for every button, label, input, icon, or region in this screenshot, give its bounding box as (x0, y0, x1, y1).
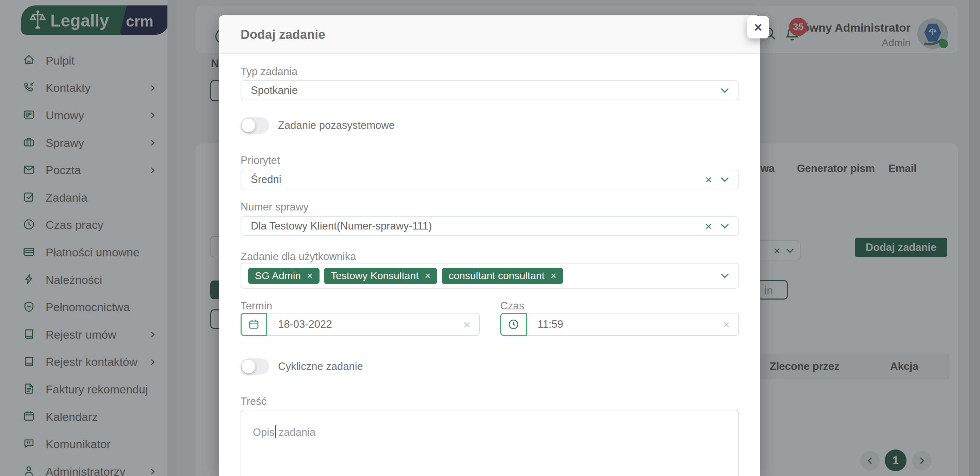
user-tag: Testowy Konsultant× (324, 268, 437, 284)
zadanie-dla-multiselect[interactable]: SG Admin×Testowy Konsultant×consultant c… (240, 263, 739, 289)
typ-zadania-value: Spotkanie (241, 84, 722, 97)
user-tag-label: SG Admin (255, 270, 301, 281)
toggle-knob (242, 119, 255, 132)
tresc-placeholder-part2: zadania (279, 426, 316, 438)
modal-header: Dodaj zadanie (219, 15, 760, 54)
app-root: Legally crm PulpitKontaktyUmowySprawyPoc… (0, 0, 980, 476)
pozasystemowe-toggle[interactable] (240, 117, 269, 133)
cykliczne-label: Cykliczne zadanie (278, 360, 363, 373)
tresc-textarea[interactable]: Opiszadania (240, 410, 739, 476)
field-label-numer-sprawy: Numer sprawy (240, 201, 309, 213)
chevron-down-icon (721, 221, 729, 228)
field-label-zadanie-dla: Zadanie dla użytkownika (240, 251, 356, 263)
modal-title: Dodaj zadanie (240, 15, 325, 54)
pozasystemowe-toggle-row: Zadanie pozasystemowe (240, 117, 395, 133)
user-tag: consultant consultant× (442, 268, 563, 284)
field-label-priorytet: Priorytet (240, 154, 280, 167)
numer-sprawy-select[interactable]: Dla Testowy Klient(Numer-sprawy-111) × (240, 216, 739, 236)
typ-zadania-select[interactable]: Spotkanie (240, 80, 739, 100)
cykliczne-toggle-row: Cykliczne zadanie (240, 359, 363, 375)
toggle-knob (242, 360, 255, 373)
czas-value: 11:59 (538, 318, 563, 330)
clear-icon[interactable]: × (463, 318, 470, 331)
text-cursor (275, 425, 276, 438)
priorytet-select[interactable]: Średni × (240, 170, 739, 189)
clear-icon[interactable]: × (705, 220, 712, 233)
clear-icon[interactable]: × (723, 318, 730, 331)
termin-date-input[interactable]: 18-03-2022 × (240, 313, 480, 336)
priorytet-value: Średni (241, 173, 705, 186)
chevron-down-icon (721, 174, 729, 182)
field-label-tresc: Treść (240, 395, 266, 408)
field-label-czas: Czas (500, 300, 524, 312)
remove-tag-icon[interactable]: × (425, 270, 430, 281)
tresc-placeholder-part1: Opis (253, 426, 275, 438)
tags-holder: SG Admin×Testowy Konsultant×consultant c… (241, 268, 722, 284)
add-task-modal: Dodaj zadanie Typ zadania Spotkanie Zada… (219, 15, 760, 476)
cykliczne-toggle[interactable] (240, 359, 269, 375)
clear-icon[interactable]: × (705, 173, 712, 186)
field-label-typ-zadania: Typ zadania (240, 66, 298, 78)
close-button[interactable]: × (747, 16, 769, 38)
numer-sprawy-value: Dla Testowy Klient(Numer-sprawy-111) (241, 220, 705, 232)
user-tag-label: consultant consultant (449, 270, 544, 281)
termin-value: 18-03-2022 (278, 318, 332, 330)
pozasystemowe-label: Zadanie pozasystemowe (278, 119, 395, 132)
remove-tag-icon[interactable]: × (307, 270, 313, 281)
czas-time-input[interactable]: 11:59 × (500, 313, 739, 336)
field-label-termin: Termin (240, 300, 272, 312)
clock-icon[interactable] (500, 313, 527, 336)
chevron-down-icon (721, 270, 729, 278)
modal-body: Dodaj zadanie Typ zadania Spotkanie Zada… (219, 15, 760, 476)
calendar-icon[interactable] (240, 313, 267, 336)
user-tag: SG Admin× (248, 268, 320, 284)
chevron-down-icon (721, 85, 729, 93)
remove-tag-icon[interactable]: × (550, 270, 556, 281)
user-tag-label: Testowy Konsultant (331, 270, 418, 281)
